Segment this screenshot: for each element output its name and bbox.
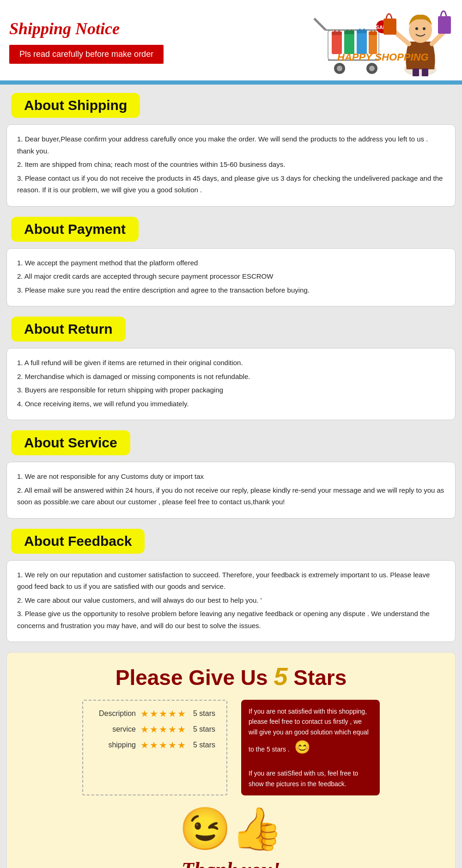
service-info-box: We are not responsible for any Customs d… — [6, 462, 456, 519]
header: Shipping Notice Pls read carefully befor… — [0, 0, 462, 85]
rating-label-shipping: shipping — [94, 741, 136, 749]
rating-label-description: Description — [94, 709, 136, 718]
stars-display-description: ★ ★ ★ ★ ★ — [140, 708, 186, 719]
header-banner: Pls read carefully before make order — [9, 45, 164, 64]
svg-point-29 — [415, 27, 418, 30]
rating-row-description: Description ★ ★ ★ ★ ★ 5 stars — [94, 708, 215, 719]
svg-rect-11 — [344, 32, 354, 54]
svg-point-6 — [369, 66, 375, 71]
list-item: Buyers are responsible for return shippi… — [17, 384, 445, 396]
happy-shopping-label: HAPPY SHOPPING — [337, 51, 429, 63]
feedback-list: We rely on our reputation and customer s… — [17, 569, 445, 632]
section-service: About Service We are not responsible for… — [6, 430, 456, 519]
header-left: Shipping Notice Pls read carefully befor… — [9, 19, 300, 64]
list-item: We are not responsible for any Customs d… — [17, 471, 445, 483]
stars-title: Please Give Us 5 Stars — [16, 662, 446, 691]
section-return: About Return A full refund will be given… — [6, 317, 456, 420]
service-heading: About Service — [11, 430, 130, 455]
return-list: A full refund will be given if items are… — [17, 357, 445, 410]
service-list: We are not responsible for any Customs d… — [17, 471, 445, 508]
rating-label-service: service — [94, 725, 136, 734]
svg-rect-34 — [422, 68, 428, 76]
list-item: Merchandise which is damaged or missing … — [17, 371, 445, 383]
payment-heading: About Payment — [11, 217, 139, 242]
list-item: A full refund will be given if items are… — [17, 357, 445, 369]
payment-info-box: We accept the payment method that the pl… — [6, 248, 456, 307]
stars-section: Please Give Us 5 Stars Description ★ ★ ★… — [6, 652, 456, 868]
list-item: Please contact us if you do not receive … — [17, 172, 445, 196]
svg-rect-16 — [357, 30, 367, 33]
section-payment: About Payment We accept the payment meth… — [6, 217, 456, 307]
payment-list: We accept the payment method that the pl… — [17, 257, 445, 296]
list-item: We rely on our reputation and customer s… — [17, 569, 445, 593]
svg-rect-31 — [383, 18, 396, 35]
thank-you-text: Thank you! — [16, 858, 446, 868]
list-item: All email will be answered within 24 hou… — [17, 484, 445, 508]
list-item: Item are shipped from china; reach most … — [17, 159, 445, 171]
smiley-icon: 😊 — [294, 740, 310, 754]
svg-rect-12 — [344, 31, 354, 34]
svg-rect-32 — [438, 16, 451, 34]
shipping-heading: About Shipping — [11, 93, 140, 118]
list-item: We accept the payment method that the pl… — [17, 257, 445, 269]
list-item: Dear buyer,Please confirm your address c… — [17, 133, 445, 157]
shipping-list: Dear buyer,Please confirm your address c… — [17, 133, 445, 196]
thank-you-section: 😉👍 Thank you! — [16, 805, 446, 868]
return-info-box: A full refund will be given if items are… — [6, 348, 456, 420]
svg-rect-15 — [357, 31, 367, 54]
stars-info-red-box: If you are not satisfied with this shopp… — [241, 700, 380, 795]
main-content: About Shipping Dear buyer,Please confirm… — [0, 85, 462, 868]
stars-count-service: 5 stars — [193, 725, 215, 734]
rating-row-service: service ★ ★ ★ ★ ★ 5 stars — [94, 724, 215, 735]
stars-count-shipping: 5 stars — [193, 741, 215, 749]
svg-point-30 — [423, 27, 426, 30]
stars-display-shipping: ★ ★ ★ ★ ★ — [140, 740, 186, 751]
rating-row-shipping: shipping ★ ★ ★ ★ ★ 5 stars — [94, 740, 215, 751]
return-heading: About Return — [11, 317, 126, 342]
section-feedback: About Feedback We rely on our reputation… — [6, 529, 456, 642]
feedback-heading: About Feedback — [11, 529, 145, 554]
list-item: Please make sure you read the entire des… — [17, 284, 445, 296]
rating-table: Description ★ ★ ★ ★ ★ 5 stars service ★ … — [82, 700, 227, 795]
list-item: Once receiving items, we will refund you… — [17, 398, 445, 410]
feedback-info-box: We rely on our reputation and customer s… — [6, 560, 456, 642]
section-shipping: About Shipping Dear buyer,Please confirm… — [6, 93, 456, 207]
person-illustration — [379, 5, 453, 76]
stars-display-service: ★ ★ ★ ★ ★ — [140, 724, 186, 735]
svg-rect-8 — [332, 31, 342, 35]
svg-rect-33 — [413, 68, 419, 76]
list-item: We care about our value customers, and w… — [17, 594, 445, 606]
stars-count-description: 5 stars — [193, 709, 215, 718]
list-item: Please give us the opportunity to resolv… — [17, 608, 445, 631]
list-item: All major credit cards are accepted thro… — [17, 270, 445, 282]
shipping-info-box: Dear buyer,Please confirm your address c… — [6, 124, 456, 207]
svg-point-4 — [337, 66, 342, 71]
stars-row-container: Description ★ ★ ★ ★ ★ 5 stars service ★ … — [16, 700, 446, 795]
svg-rect-20 — [369, 31, 377, 35]
svg-line-27 — [432, 32, 444, 44]
page-title: Shipping Notice — [9, 19, 300, 38]
wink-emoji: 😉👍 — [16, 805, 446, 853]
